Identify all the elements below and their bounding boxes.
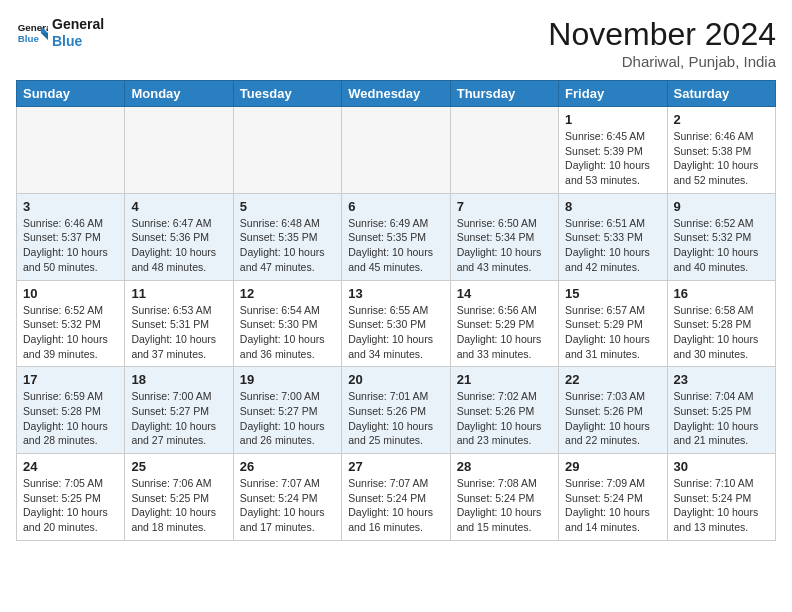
calendar-week-2: 3Sunrise: 6:46 AM Sunset: 5:37 PM Daylig… <box>17 193 776 280</box>
calendar-day: 3Sunrise: 6:46 AM Sunset: 5:37 PM Daylig… <box>17 193 125 280</box>
day-number: 9 <box>674 199 769 214</box>
day-info: Sunrise: 6:57 AM Sunset: 5:29 PM Dayligh… <box>565 303 660 362</box>
weekday-header-thursday: Thursday <box>450 81 558 107</box>
calendar-day: 8Sunrise: 6:51 AM Sunset: 5:33 PM Daylig… <box>559 193 667 280</box>
page-header: General Blue General Blue November 2024 … <box>16 16 776 70</box>
calendar-day: 2Sunrise: 6:46 AM Sunset: 5:38 PM Daylig… <box>667 107 775 194</box>
calendar-table: SundayMondayTuesdayWednesdayThursdayFrid… <box>16 80 776 541</box>
weekday-header-monday: Monday <box>125 81 233 107</box>
day-info: Sunrise: 6:51 AM Sunset: 5:33 PM Dayligh… <box>565 216 660 275</box>
day-info: Sunrise: 6:50 AM Sunset: 5:34 PM Dayligh… <box>457 216 552 275</box>
calendar-week-3: 10Sunrise: 6:52 AM Sunset: 5:32 PM Dayli… <box>17 280 776 367</box>
day-number: 7 <box>457 199 552 214</box>
calendar-day: 25Sunrise: 7:06 AM Sunset: 5:25 PM Dayli… <box>125 454 233 541</box>
calendar-day: 12Sunrise: 6:54 AM Sunset: 5:30 PM Dayli… <box>233 280 341 367</box>
calendar-day: 18Sunrise: 7:00 AM Sunset: 5:27 PM Dayli… <box>125 367 233 454</box>
day-info: Sunrise: 7:01 AM Sunset: 5:26 PM Dayligh… <box>348 389 443 448</box>
day-number: 29 <box>565 459 660 474</box>
calendar-day: 11Sunrise: 6:53 AM Sunset: 5:31 PM Dayli… <box>125 280 233 367</box>
day-number: 4 <box>131 199 226 214</box>
day-number: 27 <box>348 459 443 474</box>
calendar-day: 14Sunrise: 6:56 AM Sunset: 5:29 PM Dayli… <box>450 280 558 367</box>
day-info: Sunrise: 7:00 AM Sunset: 5:27 PM Dayligh… <box>131 389 226 448</box>
calendar-day: 23Sunrise: 7:04 AM Sunset: 5:25 PM Dayli… <box>667 367 775 454</box>
weekday-header-saturday: Saturday <box>667 81 775 107</box>
calendar-day: 6Sunrise: 6:49 AM Sunset: 5:35 PM Daylig… <box>342 193 450 280</box>
day-info: Sunrise: 7:03 AM Sunset: 5:26 PM Dayligh… <box>565 389 660 448</box>
day-info: Sunrise: 7:05 AM Sunset: 5:25 PM Dayligh… <box>23 476 118 535</box>
day-info: Sunrise: 7:09 AM Sunset: 5:24 PM Dayligh… <box>565 476 660 535</box>
title-block: November 2024 Dhariwal, Punjab, India <box>548 16 776 70</box>
day-number: 22 <box>565 372 660 387</box>
weekday-header-sunday: Sunday <box>17 81 125 107</box>
day-info: Sunrise: 7:02 AM Sunset: 5:26 PM Dayligh… <box>457 389 552 448</box>
weekday-header-tuesday: Tuesday <box>233 81 341 107</box>
day-info: Sunrise: 6:55 AM Sunset: 5:30 PM Dayligh… <box>348 303 443 362</box>
day-number: 26 <box>240 459 335 474</box>
day-info: Sunrise: 7:10 AM Sunset: 5:24 PM Dayligh… <box>674 476 769 535</box>
calendar-day: 9Sunrise: 6:52 AM Sunset: 5:32 PM Daylig… <box>667 193 775 280</box>
day-info: Sunrise: 6:53 AM Sunset: 5:31 PM Dayligh… <box>131 303 226 362</box>
day-number: 30 <box>674 459 769 474</box>
calendar-week-1: 1Sunrise: 6:45 AM Sunset: 5:39 PM Daylig… <box>17 107 776 194</box>
calendar-day: 20Sunrise: 7:01 AM Sunset: 5:26 PM Dayli… <box>342 367 450 454</box>
logo: General Blue General Blue <box>16 16 104 50</box>
day-number: 18 <box>131 372 226 387</box>
day-number: 2 <box>674 112 769 127</box>
calendar-week-5: 24Sunrise: 7:05 AM Sunset: 5:25 PM Dayli… <box>17 454 776 541</box>
day-info: Sunrise: 6:54 AM Sunset: 5:30 PM Dayligh… <box>240 303 335 362</box>
day-number: 12 <box>240 286 335 301</box>
day-info: Sunrise: 6:58 AM Sunset: 5:28 PM Dayligh… <box>674 303 769 362</box>
day-number: 11 <box>131 286 226 301</box>
calendar-week-4: 17Sunrise: 6:59 AM Sunset: 5:28 PM Dayli… <box>17 367 776 454</box>
calendar-day: 4Sunrise: 6:47 AM Sunset: 5:36 PM Daylig… <box>125 193 233 280</box>
day-number: 5 <box>240 199 335 214</box>
calendar-day: 5Sunrise: 6:48 AM Sunset: 5:35 PM Daylig… <box>233 193 341 280</box>
day-number: 19 <box>240 372 335 387</box>
calendar-day <box>450 107 558 194</box>
calendar-day: 29Sunrise: 7:09 AM Sunset: 5:24 PM Dayli… <box>559 454 667 541</box>
day-number: 21 <box>457 372 552 387</box>
day-number: 15 <box>565 286 660 301</box>
day-info: Sunrise: 6:52 AM Sunset: 5:32 PM Dayligh… <box>23 303 118 362</box>
calendar-day <box>17 107 125 194</box>
day-number: 23 <box>674 372 769 387</box>
day-info: Sunrise: 7:06 AM Sunset: 5:25 PM Dayligh… <box>131 476 226 535</box>
calendar-day: 22Sunrise: 7:03 AM Sunset: 5:26 PM Dayli… <box>559 367 667 454</box>
calendar-day: 7Sunrise: 6:50 AM Sunset: 5:34 PM Daylig… <box>450 193 558 280</box>
day-info: Sunrise: 7:00 AM Sunset: 5:27 PM Dayligh… <box>240 389 335 448</box>
day-number: 3 <box>23 199 118 214</box>
day-info: Sunrise: 7:08 AM Sunset: 5:24 PM Dayligh… <box>457 476 552 535</box>
day-number: 16 <box>674 286 769 301</box>
location: Dhariwal, Punjab, India <box>548 53 776 70</box>
day-number: 17 <box>23 372 118 387</box>
day-info: Sunrise: 6:52 AM Sunset: 5:32 PM Dayligh… <box>674 216 769 275</box>
calendar-day <box>125 107 233 194</box>
day-number: 8 <box>565 199 660 214</box>
calendar-day: 13Sunrise: 6:55 AM Sunset: 5:30 PM Dayli… <box>342 280 450 367</box>
day-number: 20 <box>348 372 443 387</box>
day-info: Sunrise: 6:48 AM Sunset: 5:35 PM Dayligh… <box>240 216 335 275</box>
day-number: 24 <box>23 459 118 474</box>
day-number: 25 <box>131 459 226 474</box>
calendar-day: 17Sunrise: 6:59 AM Sunset: 5:28 PM Dayli… <box>17 367 125 454</box>
day-number: 13 <box>348 286 443 301</box>
day-number: 28 <box>457 459 552 474</box>
calendar-day <box>233 107 341 194</box>
month-title: November 2024 <box>548 16 776 53</box>
calendar-day <box>342 107 450 194</box>
logo-text: General Blue <box>52 16 104 50</box>
day-info: Sunrise: 7:04 AM Sunset: 5:25 PM Dayligh… <box>674 389 769 448</box>
weekday-header-row: SundayMondayTuesdayWednesdayThursdayFrid… <box>17 81 776 107</box>
day-info: Sunrise: 6:56 AM Sunset: 5:29 PM Dayligh… <box>457 303 552 362</box>
calendar-day: 24Sunrise: 7:05 AM Sunset: 5:25 PM Dayli… <box>17 454 125 541</box>
day-info: Sunrise: 6:47 AM Sunset: 5:36 PM Dayligh… <box>131 216 226 275</box>
calendar-day: 16Sunrise: 6:58 AM Sunset: 5:28 PM Dayli… <box>667 280 775 367</box>
day-number: 6 <box>348 199 443 214</box>
day-info: Sunrise: 7:07 AM Sunset: 5:24 PM Dayligh… <box>240 476 335 535</box>
day-info: Sunrise: 6:45 AM Sunset: 5:39 PM Dayligh… <box>565 129 660 188</box>
day-info: Sunrise: 6:46 AM Sunset: 5:37 PM Dayligh… <box>23 216 118 275</box>
calendar-day: 10Sunrise: 6:52 AM Sunset: 5:32 PM Dayli… <box>17 280 125 367</box>
calendar-day: 27Sunrise: 7:07 AM Sunset: 5:24 PM Dayli… <box>342 454 450 541</box>
weekday-header-friday: Friday <box>559 81 667 107</box>
